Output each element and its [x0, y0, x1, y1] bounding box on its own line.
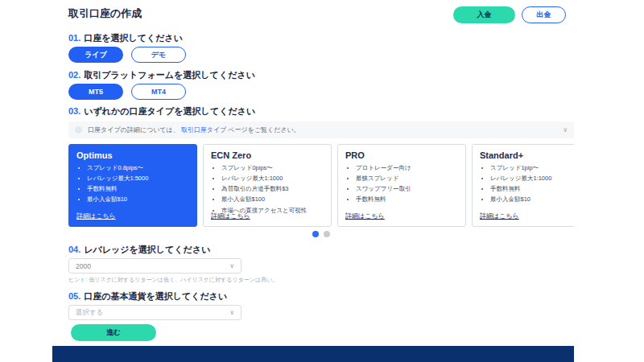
footer-bar: [52, 346, 574, 362]
step3-number: 03.: [68, 106, 80, 116]
card-details-link[interactable]: 詳細はこちら: [345, 212, 385, 220]
account-types-link[interactable]: 取引口座タイプ: [181, 126, 227, 134]
card-feature: プロトレーダー向け: [356, 162, 458, 173]
withdraw-button[interactable]: 出金: [522, 6, 566, 23]
leverage-hint: ヒント: 低リスクに対するリターンは低く、ハイリスクに対するリターンは高い。: [68, 276, 278, 284]
step3-title: 03.いずれかの口座タイプを選択してください: [68, 105, 255, 117]
card-feature: 為替取引の片道手数料$3: [221, 183, 324, 194]
card-feature: 手数料無料: [356, 194, 458, 204]
card-feature: スプレッド1pip〜: [490, 162, 574, 173]
step3-title-text: いずれかの口座タイプを選択してください: [84, 106, 255, 116]
card-feature-list: プロトレーダー向け 最狭スプレッド スワップフリー取引 手数料無料: [345, 162, 458, 205]
step5-title: 05.口座の基本通貨を選択してください: [68, 290, 227, 302]
base-currency-select[interactable]: 選択する ∨: [68, 305, 242, 320]
step2-title: 02.取引プラットフォームを選択してください: [68, 69, 255, 81]
account-type-card-ecn-zero[interactable]: ECN Zero スプレッド0pips〜 レバレッジ最大1:1000 為替取引の…: [203, 144, 332, 227]
carousel-dot-active[interactable]: [312, 231, 319, 237]
card-feature: 最小入金額$10: [490, 194, 574, 204]
step4-title: 04.レバレッジを選択してください: [68, 244, 210, 256]
account-option-demo[interactable]: デモ: [131, 47, 186, 63]
step2-title-text: 取引プラットフォームを選択してください: [84, 70, 255, 80]
leverage-select[interactable]: 2000 ∨: [68, 258, 242, 274]
base-currency-placeholder: 選択する: [76, 308, 103, 318]
carousel-dot[interactable]: [324, 231, 330, 237]
account-type-card-pro[interactable]: PRO プロトレーダー向け 最狭スプレッド スワップフリー取引 手数料無料 詳細…: [337, 144, 466, 227]
card-feature-list: スプレッド1pip〜 レバレッジ最大1:1000 手数料無料 最小入金額$10: [480, 162, 574, 205]
card-feature: スプレッド0.8pips〜: [87, 162, 189, 173]
leverage-select-value: 2000: [76, 262, 91, 270]
step5-title-text: 口座の基本通貨を選択してください: [84, 291, 227, 301]
card-feature: レバレッジ最大1:1000: [221, 173, 324, 183]
card-title: ECN Zero: [211, 150, 324, 160]
card-feature: 最小入金額$100: [221, 194, 324, 204]
account-option-live[interactable]: ライブ: [68, 47, 123, 63]
notice-suffix: ページをご覧ください。: [228, 126, 300, 134]
card-feature-list: スプレッド0pips〜 レバレッジ最大1:1000 為替取引の片道手数料$3 最…: [211, 162, 324, 216]
step4-title-text: レバレッジを選択してください: [84, 245, 210, 254]
step5-number: 05.: [68, 291, 80, 301]
card-details-link[interactable]: 詳細はこちら: [480, 212, 519, 220]
card-details-link[interactable]: 詳細はこちら: [76, 212, 116, 220]
card-feature: 手数料無料: [87, 183, 189, 194]
card-feature: 手数料無料: [490, 183, 574, 194]
proceed-button[interactable]: 進む: [71, 324, 156, 341]
account-type-carousel: Optimus スプレッド0.8pips〜 レバレッジ最大1:5000 手数料無…: [68, 144, 574, 227]
account-type-notice[interactable]: 口座タイプの詳細については、取引口座タイプページをご覧ください。 ∨: [68, 121, 574, 138]
step1-title: 01.口座を選択してください: [68, 32, 183, 44]
card-title: PRO: [345, 150, 458, 160]
chevron-down-icon: ∨: [229, 262, 234, 269]
create-trading-account-page: 取引口座の作成 入金 出金 01.口座を選択してください ライブ デモ 02.取…: [0, 0, 644, 362]
card-title: Standard+: [480, 150, 574, 160]
account-type-card-standard-plus[interactable]: Standard+ スプレッド1pip〜 レバレッジ最大1:1000 手数料無料…: [472, 144, 574, 227]
chevron-down-icon: ∨: [229, 309, 234, 316]
step1-title-text: 口座を選択してください: [84, 33, 183, 43]
card-feature-list: スプレッド0.8pips〜 レバレッジ最大1:5000 手数料無料 最小入金額$…: [76, 162, 189, 205]
card-feature: スワップフリー取引: [356, 183, 458, 194]
info-icon: [75, 126, 82, 134]
card-feature: レバレッジ最大1:5000: [87, 173, 189, 183]
card-details-link[interactable]: 詳細はこちら: [211, 212, 250, 220]
platform-option-mt5[interactable]: MT5: [68, 84, 123, 100]
carousel-pagination: [312, 231, 330, 237]
card-feature: スプレッド0pips〜: [221, 162, 324, 173]
step4-number: 04.: [68, 245, 80, 254]
platform-option-mt4[interactable]: MT4: [131, 84, 186, 100]
card-title: Optimus: [76, 150, 189, 160]
account-type-card-optimus[interactable]: Optimus スプレッド0.8pips〜 レバレッジ最大1:5000 手数料無…: [68, 144, 197, 227]
step2-number: 02.: [68, 70, 80, 80]
step1-number: 01.: [68, 33, 80, 43]
chevron-down-icon[interactable]: ∨: [563, 126, 568, 134]
card-feature: 最小入金額$10: [87, 194, 189, 204]
deposit-button[interactable]: 入金: [453, 6, 515, 23]
card-feature: レバレッジ最大1:1000: [490, 173, 574, 183]
notice-prefix: 口座タイプの詳細については、: [88, 126, 180, 134]
page-title: 取引口座の作成: [68, 6, 142, 21]
notice-text: 口座タイプの詳細については、取引口座タイプページをご覧ください。: [88, 125, 300, 134]
card-feature: 最狭スプレッド: [356, 173, 458, 183]
